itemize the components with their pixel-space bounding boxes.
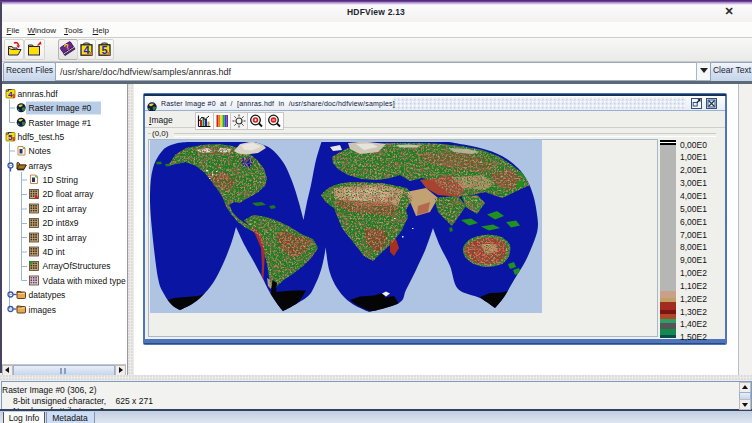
svg-text:5: 5 bbox=[102, 44, 108, 56]
svg-text:5: 5 bbox=[8, 133, 13, 142]
svg-text:4: 4 bbox=[8, 90, 13, 99]
svg-text:4: 4 bbox=[84, 44, 91, 56]
